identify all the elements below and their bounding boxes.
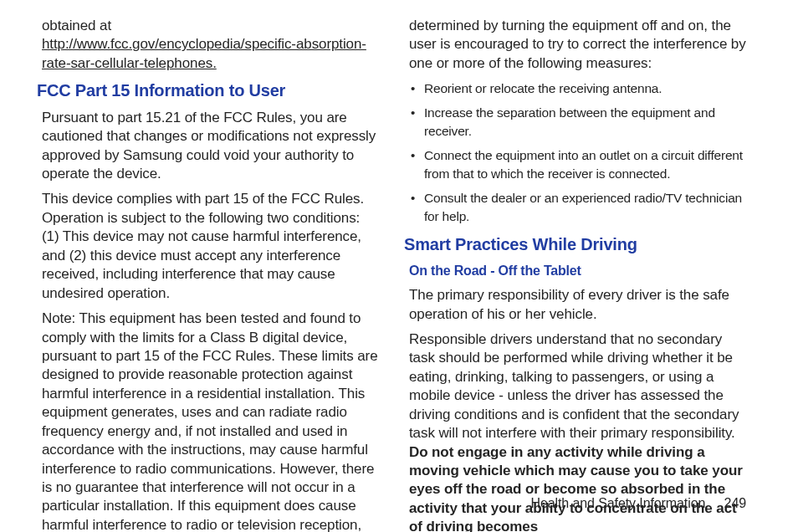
two-column-layout: obtained at http://www.fcc.gov/encyclope… xyxy=(0,0,798,532)
right-column: determined by turning the equipment off … xyxy=(409,17,748,532)
list-item: Reorient or relocate the receiving anten… xyxy=(409,79,748,98)
fcc-part-15-heading: FCC Part 15 Information to User xyxy=(37,79,381,101)
obtained-at-text: obtained at xyxy=(42,18,111,33)
left-column: obtained at http://www.fcc.gov/encyclope… xyxy=(42,17,381,532)
fcc-note-para: Note: This equipment has been tested and… xyxy=(42,309,381,532)
do-not-engage-warning: Do not engage in any activity while driv… xyxy=(409,444,743,532)
document-page: obtained at http://www.fcc.gov/encyclope… xyxy=(0,0,798,532)
fcc-caution-para: Pursuant to part 15.21 of the FCC Rules,… xyxy=(42,109,381,184)
fcc-compliance-para: This device complies with part 15 of the… xyxy=(42,190,381,303)
on-the-road-subheading: On the Road - Off the Tablet xyxy=(409,262,748,279)
responsible-drivers-text: Responsible drivers understand that no s… xyxy=(409,331,739,441)
measures-intro-para: determined by turning the equipment off … xyxy=(409,17,748,73)
page-footer: Health and Safety Information 249 xyxy=(530,494,746,512)
footer-section-title: Health and Safety Information xyxy=(530,496,705,510)
fcc-url-link[interactable]: http://www.fcc.gov/encyclopedia/specific… xyxy=(42,36,366,70)
measures-list: Reorient or relocate the receiving anten… xyxy=(409,79,748,226)
list-item: Connect the equipment into an outlet on … xyxy=(409,146,748,184)
page-number: 249 xyxy=(724,496,746,510)
driver-responsibility-para: The primary responsibility of every driv… xyxy=(409,286,748,324)
smart-practices-heading: Smart Practices While Driving xyxy=(404,233,748,255)
list-item: Consult the dealer or an experienced rad… xyxy=(409,189,748,227)
obtained-at-para: obtained at http://www.fcc.gov/encyclope… xyxy=(42,17,381,73)
list-item: Increase the separation between the equi… xyxy=(409,104,748,141)
